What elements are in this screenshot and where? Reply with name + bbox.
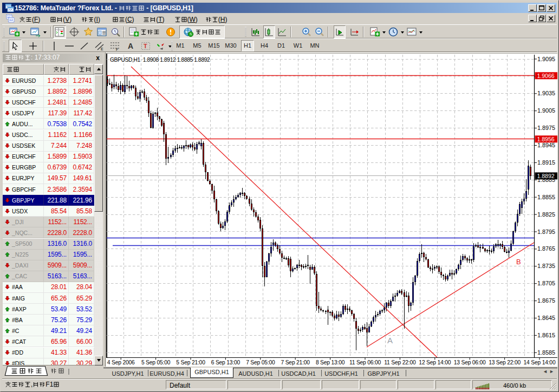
svg-text:1.8825: 1.8825 — [537, 211, 555, 218]
svg-text:7 Sep 05:00: 7 Sep 05:00 — [246, 360, 275, 365]
svg-text:1.8645: 1.8645 — [537, 315, 555, 321]
svg-text:E: E — [101, 47, 103, 51]
svg-text:1.8735: 1.8735 — [537, 263, 555, 269]
svg-text:1.8892: 1.8892 — [537, 173, 555, 179]
svg-text:A: A — [387, 336, 393, 345]
svg-text:11 Sep 06:00: 11 Sep 06:00 — [349, 360, 381, 365]
svg-text:5 Sep 05:00: 5 Sep 05:00 — [141, 360, 171, 365]
svg-text:1.8975: 1.8975 — [537, 125, 555, 131]
svg-text:1.8585: 1.8585 — [537, 349, 555, 356]
svg-text:1.9005: 1.9005 — [537, 107, 555, 114]
svg-text:11 Sep 22:00: 11 Sep 22:00 — [384, 360, 416, 365]
svg-text:1.9095: 1.9095 — [537, 56, 555, 62]
svg-text:1.8615: 1.8615 — [537, 332, 555, 338]
svg-text:T: T — [144, 43, 147, 49]
svg-text:1.8765: 1.8765 — [537, 245, 555, 252]
svg-text:1.9066: 1.9066 — [537, 73, 555, 79]
svg-text:5 Sep 21:00: 5 Sep 21:00 — [176, 360, 205, 365]
svg-text:A: A — [128, 42, 133, 50]
svg-text:12 Sep 14:00: 12 Sep 14:00 — [419, 360, 451, 365]
svg-text:1.8705: 1.8705 — [537, 280, 555, 286]
svg-text:6 Sep 13:00: 6 Sep 13:00 — [211, 360, 240, 365]
svg-text:7 Sep 21:00: 7 Sep 21:00 — [281, 360, 310, 365]
svg-text:1.9035: 1.9035 — [537, 90, 555, 96]
svg-text:F: F — [116, 48, 118, 51]
svg-text:1.8795: 1.8795 — [537, 228, 555, 235]
svg-text:14 Sep 14:00: 14 Sep 14:00 — [524, 360, 556, 365]
svg-text:GBPUSD,H1 1.8908 1.8912 1.888: GBPUSD,H1 1.8908 1.8912 1.8885 1.8892 — [110, 57, 210, 63]
svg-text:1.8675: 1.8675 — [537, 297, 555, 304]
svg-text:1.8915: 1.8915 — [537, 159, 555, 166]
svg-text:B: B — [516, 258, 521, 266]
svg-text:13 Sep 06:00: 13 Sep 06:00 — [454, 360, 486, 365]
svg-text:4 Sep 2006: 4 Sep 2006 — [107, 360, 135, 365]
svg-text:13 Sep 22:00: 13 Sep 22:00 — [489, 360, 521, 365]
svg-text:1.8956: 1.8956 — [537, 136, 555, 142]
svg-text:8 Sep 13:00: 8 Sep 13:00 — [316, 360, 345, 365]
svg-text:1.8855: 1.8855 — [537, 194, 555, 200]
svg-text:1.8945: 1.8945 — [537, 142, 555, 148]
